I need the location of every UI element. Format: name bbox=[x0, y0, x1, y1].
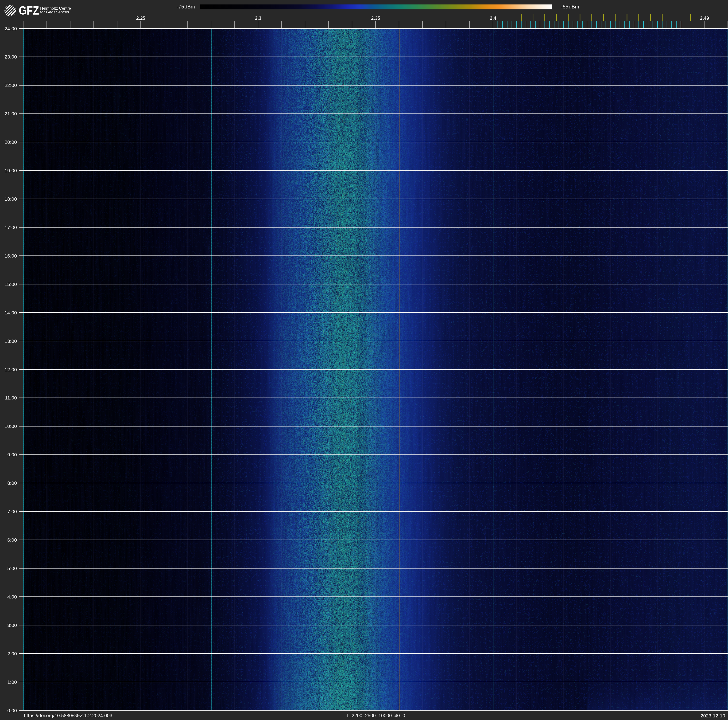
svg-text:-75 dBm: -75 dBm bbox=[177, 4, 195, 10]
svg-text:2.49: 2.49 bbox=[700, 15, 709, 21]
svg-text:1:00: 1:00 bbox=[7, 679, 17, 685]
svg-text:2023-12-10: 2023-12-10 bbox=[700, 713, 725, 718]
svg-text:2.25: 2.25 bbox=[136, 15, 145, 21]
svg-text:8:00: 8:00 bbox=[7, 480, 17, 486]
svg-text:2.3: 2.3 bbox=[255, 15, 262, 21]
svg-text:17:00: 17:00 bbox=[5, 225, 17, 230]
svg-text:7:00: 7:00 bbox=[7, 509, 17, 514]
svg-text:21:00: 21:00 bbox=[5, 111, 17, 116]
svg-text:15:00: 15:00 bbox=[5, 282, 17, 287]
svg-text:18:00: 18:00 bbox=[5, 196, 17, 202]
svg-text:16:00: 16:00 bbox=[5, 253, 17, 259]
svg-text:22:00: 22:00 bbox=[5, 83, 17, 88]
svg-text:1_2200_2500_10000_40_0: 1_2200_2500_10000_40_0 bbox=[346, 713, 405, 718]
svg-text:20:00: 20:00 bbox=[5, 139, 17, 145]
svg-text:3:00: 3:00 bbox=[7, 622, 17, 628]
svg-text:9:00: 9:00 bbox=[7, 452, 17, 457]
svg-text:5:00: 5:00 bbox=[7, 565, 17, 571]
svg-text:2.35: 2.35 bbox=[371, 15, 380, 21]
svg-text:for Geosciences: for Geosciences bbox=[40, 10, 69, 14]
svg-text:4:00: 4:00 bbox=[7, 594, 17, 599]
svg-text:2.4: 2.4 bbox=[490, 15, 497, 21]
svg-text:2:00: 2:00 bbox=[7, 651, 17, 656]
svg-text:-55 dBm: -55 dBm bbox=[561, 4, 579, 10]
svg-text:24:00: 24:00 bbox=[5, 26, 17, 31]
svg-text:19:00: 19:00 bbox=[5, 168, 17, 173]
svg-text:14:00: 14:00 bbox=[5, 310, 17, 316]
svg-text:GFZ: GFZ bbox=[19, 4, 39, 17]
svg-text:11:00: 11:00 bbox=[5, 395, 17, 400]
svg-text:13:00: 13:00 bbox=[5, 339, 17, 344]
svg-text:10:00: 10:00 bbox=[5, 423, 17, 429]
svg-text:23:00: 23:00 bbox=[5, 54, 17, 60]
svg-text:https://doi.org/10.5880/GFZ.1.: https://doi.org/10.5880/GFZ.1.2.2024.003 bbox=[24, 713, 112, 718]
svg-text:0:00: 0:00 bbox=[7, 708, 17, 713]
svg-text:12:00: 12:00 bbox=[5, 367, 17, 372]
svg-text:6:00: 6:00 bbox=[7, 537, 17, 542]
